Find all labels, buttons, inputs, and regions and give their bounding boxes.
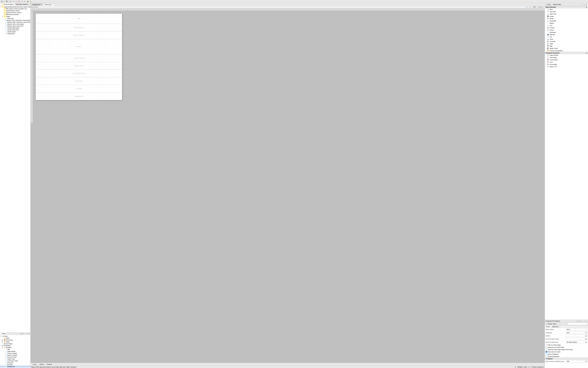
outline-tree-item[interactable]: 📄Background <box>0 366 30 368</box>
run-icon[interactable]: ▶ <box>27 0 29 3</box>
tab-repository-explorer[interactable]: Repository Explorer <box>15 3 29 5</box>
palette-item-crosstab[interactable]: ⊞Crosstab <box>545 40 588 43</box>
report-section-detail-1[interactable]: Detail 1 <box>36 39 122 54</box>
props-icon1[interactable]: ↻ <box>577 320 579 322</box>
tab-preview[interactable]: Preview <box>46 363 53 366</box>
palette-minimize-icon[interactable]: — <box>581 4 583 5</box>
paste-icon[interactable]: 📌 <box>18 0 20 3</box>
palette-composite-item-page-number[interactable]: #Page Number <box>545 54 588 56</box>
debug-icon[interactable]: 🐛 <box>29 0 32 3</box>
report-section-background[interactable]: Background <box>36 92 122 100</box>
project-tree-item[interactable]: 📄sample-table.jasper <box>0 27 30 29</box>
basic-elements-header[interactable]: Basic Elements ▲ <box>545 6 588 8</box>
palette-item-chart[interactable]: 📊Chart <box>545 38 588 40</box>
zoom-in-icon[interactable]: 🔍+ <box>529 6 532 8</box>
palette-item-list[interactable]: ≡List <box>545 36 588 38</box>
prop-imports-btn[interactable]: … <box>585 335 587 337</box>
outline-expand-icon[interactable]: ⊞ <box>20 333 22 334</box>
zoom-out-icon[interactable]: 🔍- <box>525 6 528 8</box>
save-icon[interactable]: 💾 <box>6 0 8 3</box>
report-section-last-page-footer[interactable]: Last Page Footer <box>36 70 122 77</box>
palette-item-map[interactable]: 🗺Map <box>545 45 588 47</box>
outline-minimize-icon[interactable]: — <box>24 333 26 334</box>
problems-tab-label[interactable]: Problems <box>554 320 560 322</box>
report-section-title[interactable]: Title <box>36 14 122 24</box>
tab-palette[interactable]: Palette <box>546 3 552 5</box>
project-tree-item[interactable]: 📄demo.jxml <box>0 17 30 19</box>
report-section-summary[interactable]: Summary <box>36 77 122 85</box>
composite-elements-header[interactable]: Composite Elements ▲ <box>545 52 588 54</box>
outline-tree-item[interactable]: ▶fxVariables <box>0 345 30 347</box>
project-tree-item[interactable]: 📄sample-table.jrxml <box>0 29 30 31</box>
palette-item-ellipse[interactable]: ○Ellipse <box>545 22 588 24</box>
project-tree-item[interactable]: 📄sample.jxml <box>0 33 30 35</box>
project-tree-item[interactable]: 📁JRE System Library [JavaSE-1.8] <box>0 8 30 10</box>
palette-composite-item-percentage[interactable]: %Percentage <box>545 63 588 65</box>
tab-demo-jxml[interactable]: *demo.jxml ✕ <box>43 3 54 6</box>
project-tree-item[interactable]: 📄pipeline_fitup_inspection_report.jasper <box>0 19 30 21</box>
project-tree-item[interactable]: 📁Jaspersoft Server Library <box>0 12 30 13</box>
checkbox-ignore-pagination-input[interactable] <box>546 353 547 355</box>
project-tree-item[interactable]: 📄pipeline_fitup_report.jrxml <box>0 25 30 27</box>
prop-language-select[interactable]: java groovy <box>566 331 587 334</box>
outline-tree-item[interactable]: 📄Summary <box>0 362 30 364</box>
props-tab-advanced[interactable]: Advanced <box>551 325 560 328</box>
palette-maximize-icon[interactable]: □ <box>584 4 585 5</box>
props-tab-report[interactable]: Report <box>545 325 551 328</box>
copy-icon[interactable]: 📋 <box>15 0 17 3</box>
outline-tree-item[interactable]: ▼📜Scriptlets <box>0 347 30 348</box>
props-maximize-icon[interactable]: □ <box>584 320 585 322</box>
design-area[interactable]: 0 1 2 3 4 5 6 7 8 9 TitlePage HeaderColu… <box>31 9 545 363</box>
tab-source[interactable]: Source <box>38 363 46 366</box>
palette-composite-item-time[interactable]: ⏰Time <box>545 61 588 63</box>
palette-composite-item-current-date[interactable]: 📅Current Date <box>545 59 588 61</box>
prop-format-factory-input[interactable] <box>566 338 585 340</box>
outline-collapse-icon[interactable]: ⊟ <box>22 333 24 334</box>
prop-report-name-input[interactable] <box>566 328 587 331</box>
prop-format-factory-btn[interactable]: … <box>585 338 587 340</box>
tab-report-state[interactable]: Report State <box>552 3 562 5</box>
redo-icon[interactable]: ↪ <box>24 0 26 3</box>
outline-tree-item[interactable]: 📄Page Header <box>0 350 30 352</box>
project-tree-item[interactable]: ▼📁jaspertemplate [backend wison-report 1… <box>0 6 30 8</box>
checkbox-create-bookmarks-input[interactable] <box>546 356 547 357</box>
outline-close-icon[interactable]: ✕ <box>28 333 30 334</box>
palette-item-spider-chart[interactable]: 🕸Spider Chart <box>545 47 588 49</box>
undo-icon[interactable]: ↩ <box>21 0 23 3</box>
outline-tree-item[interactable]: 🔃Sort Fields <box>0 343 30 345</box>
palette-item-line[interactable]: —Line <box>545 24 588 27</box>
palette-item-custom-visualization[interactable]: 🎨Custom Visualization <box>545 49 588 52</box>
outline-tree-item[interactable]: 📄No Data <box>0 364 30 366</box>
props-icon2[interactable]: ⊟ <box>579 320 581 322</box>
project-tree-item[interactable]: 📁Referenced Libraries <box>0 13 30 15</box>
project-tree-item[interactable]: 📄sample.jasper <box>0 31 30 33</box>
tab-outline[interactable]: Outline <box>0 332 7 335</box>
zoom-level[interactable]: 150% <box>532 6 537 8</box>
palette-item-frame[interactable]: ▢Frame <box>545 29 588 31</box>
print-icon[interactable]: 🖨 <box>9 0 11 3</box>
prop-when-no-data-select[interactable]: No Data Section Blank Page All Sections,… <box>566 341 587 343</box>
outline-tree-item[interactable]: 📄Title <box>0 348 30 350</box>
prop-imports-input[interactable] <box>566 335 585 337</box>
outline-tree-item[interactable]: ✏️Styles <box>0 337 30 339</box>
new-icon[interactable]: 🆕 <box>0 0 3 3</box>
outline-tree-item[interactable]: 📄Page Footer <box>0 358 30 360</box>
demo-tab-close[interactable]: ✕ <box>52 4 53 5</box>
outline-tree-item[interactable]: ▶📋Fields <box>0 341 30 343</box>
tab-design[interactable]: Design <box>31 363 38 366</box>
outline-maximize-icon[interactable]: □ <box>26 333 28 334</box>
project-tree-item[interactable]: 📁JasperReports Library <box>0 10 30 12</box>
palette-item-image[interactable]: 🖼Image <box>545 15 588 18</box>
tab-sample-jxml[interactable]: sample.jxml ✕ <box>31 3 43 6</box>
palette-item-rectangle[interactable]: ▭Rectangle <box>545 20 588 22</box>
props-close-icon[interactable]: ✕ <box>586 320 587 322</box>
report-section-page-header[interactable]: Page Header <box>36 24 122 31</box>
search-property-input[interactable] <box>558 323 587 325</box>
project-tree-item[interactable]: ▼📁images <box>0 15 30 17</box>
props-minimize-icon[interactable]: — <box>581 320 583 322</box>
palette-item-generic[interactable]: ⚙Generic <box>545 27 588 29</box>
checkbox-summary-new-page-input[interactable] <box>546 346 547 348</box>
open-icon[interactable]: 📂 <box>3 0 5 3</box>
report-section-no-data[interactable]: No Data <box>36 85 122 92</box>
report-section-column-footer[interactable]: Column Footer <box>36 54 122 62</box>
